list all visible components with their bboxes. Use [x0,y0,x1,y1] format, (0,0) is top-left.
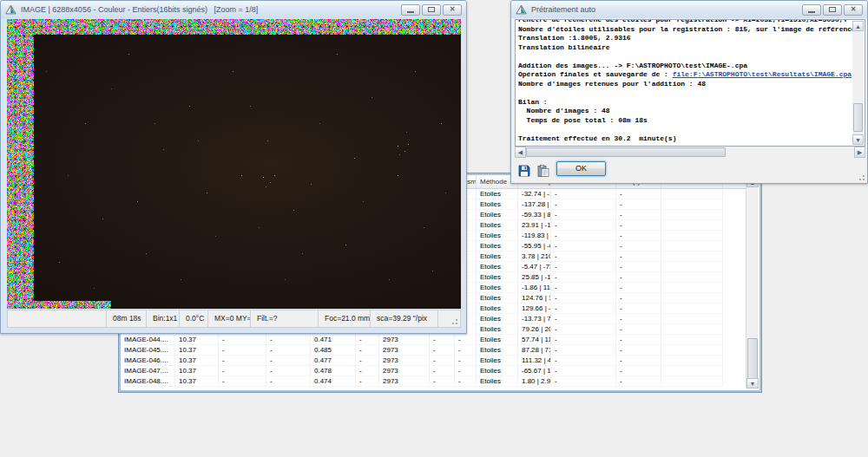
maximize-button[interactable] [422,4,441,16]
scroll-right-icon[interactable]: ▶ [854,147,865,158]
scroll-left-icon[interactable]: ◀ [515,147,526,158]
table-cell: - [219,335,266,345]
table-cell [661,304,723,314]
scroll-down-icon[interactable]: ▼ [746,378,759,388]
table-cell: IMAGE-044.... [121,335,175,345]
log-vertical-scrollbar[interactable]: ▲ ▼ [852,21,864,145]
save-log-button[interactable] [516,162,532,179]
table-cell: 111.32 | 44.57 [518,356,551,366]
table-row[interactable]: IMAGE-047....10.37--0.478-2973--Etoiles-… [121,366,747,376]
table-cell: - [356,345,379,356]
table-row[interactable]: IMAGE-045....10.37--0.485-2973--Etoiles8… [121,345,747,356]
image-window-title: IMAGE | 6288x4056 - Couleur - Entiers(16… [21,5,401,14]
table-cell: 2973 [379,366,430,376]
table-cell: - [616,251,661,262]
table-cell: - [551,189,616,199]
table-cell: - [430,335,455,345]
resize-grip[interactable] [863,179,865,180]
table-cell: Etoiles [477,272,518,283]
table-cell: - [266,356,311,366]
table-cell: 57.74 | 117.71 [518,335,551,345]
table-cell: Etoiles [477,324,518,335]
maximize-icon [428,7,435,12]
table-cell: - [616,335,661,345]
result-file-link[interactable]: file:F:\ASTROPHOTO\test\Resultats\IMAGE.… [673,70,852,78]
table-cell: - [616,345,661,356]
table-cell [661,335,723,345]
log-horizontal-scrollbar[interactable]: ◀ ▶ [515,147,865,158]
table-cell: - [551,283,616,293]
image-status-bar: 08m 18sBin:1x10.0°CMX=0 MY=0Filt.=?Foc=2… [7,310,461,328]
table-cell: Etoiles [477,210,518,220]
minimize-button[interactable] [802,4,821,16]
table-cell: Etoiles [477,283,518,293]
table-cell: - [616,220,661,231]
table-cell: - [356,356,379,366]
log-text-bottom: Nombre d'images retenues pour l'addition… [516,80,865,144]
pretraitement-dialog: Prétraitement auto ✕ Fenêtre de recherch… [510,0,868,184]
table-cell: -5.47 | -73.09 [518,262,551,272]
table-cell: - [551,366,616,376]
scroll-down-icon[interactable]: ▼ [852,134,864,145]
table-cell: - [616,189,661,199]
table-cell: - [551,356,616,366]
status-segment-blank [438,310,460,327]
close-button[interactable]: ✕ [844,4,863,16]
maximize-button[interactable] [823,4,842,16]
ok-button[interactable]: OK [556,161,606,176]
table-cell: - [616,199,661,210]
processing-log[interactable]: Fenêtre de recherche des étoiles pour re… [515,19,865,147]
table-row[interactable]: IMAGE-044....10.37--0.471-2973--Etoiles5… [121,335,747,345]
status-segment: 08m 18s [107,310,147,327]
minimize-icon [407,11,414,13]
table-cell: 0.471 [311,335,356,345]
table-cell: - [616,262,661,272]
table-row[interactable]: IMAGE-048....10.37--0.474-2973--Etoiles1… [121,376,747,387]
minimize-button[interactable] [401,4,420,16]
scroll-up-icon[interactable]: ▲ [852,21,864,31]
table-cell: - [616,241,661,251]
status-segment: MX=0 MY=0 [208,310,251,327]
table-cell: - [616,356,661,366]
table-cell: Etoiles [477,314,518,324]
table-cell: 0.474 [311,376,356,387]
table-cell: 10.37 [175,376,219,387]
astro-image-viewport[interactable] [7,19,461,309]
table-cell: - [430,376,455,387]
table-cell: - [616,283,661,293]
dialog-titlebar[interactable]: Prétraitement auto ✕ [511,1,867,18]
table-cell: -32.74 | -176.64 [518,189,551,199]
clipboard-icon [537,165,549,177]
image-window-titlebar[interactable]: IMAGE | 6288x4056 - Couleur - Entiers(16… [1,1,466,18]
table-cell: IMAGE-045.... [121,345,175,356]
table-cell: - [551,376,616,387]
copy-to-clipboard-button[interactable] [535,162,551,179]
table-cell: - [266,345,311,356]
table-cell: - [551,335,616,345]
table-cell [661,199,723,210]
table-cell: - [356,366,379,376]
table-cell: 2973 [379,345,430,356]
table-cell: Etoiles [477,241,518,251]
table-cell: - [219,345,266,356]
table-cell: Etoiles [477,304,518,314]
log-hscrollbar-thumb[interactable] [526,147,726,157]
table-vertical-scrollbar[interactable]: ▲ ▼ [746,177,758,388]
table-cell [661,314,723,324]
table-cell: Etoiles [477,366,518,376]
table-cell: 3.78 | 210.04 [518,251,551,262]
table-row[interactable]: IMAGE-046....10.37--0.477-2973--Etoiles1… [121,356,747,366]
table-cell: 124.76 | 193.60 [518,293,551,304]
status-segment: 0.0°C [180,310,208,327]
table-cell [661,251,723,262]
table-cell: 79.26 | 205.19 [518,324,551,335]
table-cell: - [219,356,266,366]
log-scrollbar-thumb[interactable] [853,103,863,132]
resize-grip[interactable] [456,323,457,324]
table-scrollbar-thumb[interactable] [747,338,758,380]
table-cell: - [455,366,477,376]
close-button[interactable]: ✕ [443,4,462,16]
table-cell: - [616,293,661,304]
table-cell: - [430,356,455,366]
table-cell: 10.37 [175,335,219,345]
